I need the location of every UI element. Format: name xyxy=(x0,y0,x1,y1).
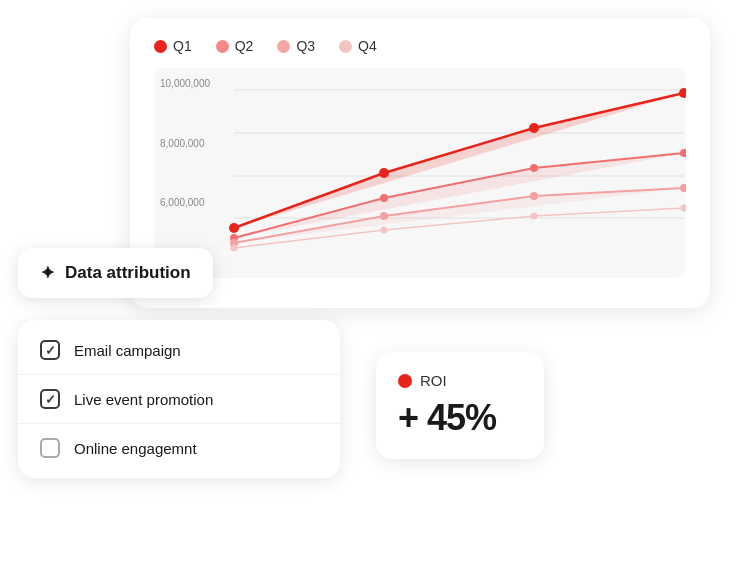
svg-point-21 xyxy=(531,213,538,220)
checkbox-live-event[interactable] xyxy=(40,389,60,409)
data-attribution-label: Data attribution xyxy=(65,263,191,283)
legend-dot-q3 xyxy=(277,40,290,53)
legend-dot-q2 xyxy=(216,40,229,53)
svg-point-13 xyxy=(680,149,686,157)
legend-dot-q4 xyxy=(339,40,352,53)
checklist-label-email: Email campaign xyxy=(74,342,181,359)
checklist-item-live-event[interactable]: Live event promotion xyxy=(18,375,340,424)
legend-label-q3: Q3 xyxy=(296,38,315,54)
svg-point-17 xyxy=(530,192,538,200)
legend-label-q4: Q4 xyxy=(358,38,377,54)
checkbox-email[interactable] xyxy=(40,340,60,360)
roi-label: ROI xyxy=(420,372,447,389)
legend-item-q2: Q2 xyxy=(216,38,254,54)
chart-area: 10,000,000 8,000,000 6,000,000 4,000,000 xyxy=(154,68,686,278)
data-attribution-badge: ✦ Data attribution xyxy=(18,248,213,298)
svg-point-7 xyxy=(529,123,539,133)
svg-point-20 xyxy=(381,227,388,234)
legend-label-q2: Q2 xyxy=(235,38,254,54)
sparkle-icon: ✦ xyxy=(40,262,55,284)
svg-point-12 xyxy=(530,164,538,172)
chart-svg xyxy=(154,68,686,278)
checklist-label-online: Online engagemnt xyxy=(74,440,197,457)
checklist-item-online[interactable]: Online engagemnt xyxy=(18,424,340,472)
roi-label-row: ROI xyxy=(398,372,522,389)
roi-dot xyxy=(398,374,412,388)
svg-point-16 xyxy=(380,212,388,220)
svg-point-18 xyxy=(680,184,686,192)
svg-point-22 xyxy=(681,205,687,212)
svg-point-6 xyxy=(379,168,389,178)
legend-item-q4: Q4 xyxy=(339,38,377,54)
roi-card: ROI + 45% xyxy=(376,352,544,459)
checklist-card: Email campaign Live event promotion Onli… xyxy=(18,320,340,478)
checklist-label-live-event: Live event promotion xyxy=(74,391,213,408)
svg-point-19 xyxy=(231,245,238,252)
svg-point-11 xyxy=(380,194,388,202)
checklist-item-email[interactable]: Email campaign xyxy=(18,326,340,375)
legend-label-q1: Q1 xyxy=(173,38,192,54)
svg-point-5 xyxy=(229,223,239,233)
chart-card: Q1 Q2 Q3 Q4 10,000,000 8,000,000 6,000,0… xyxy=(130,18,710,308)
chart-legend: Q1 Q2 Q3 Q4 xyxy=(154,38,686,54)
legend-item-q1: Q1 xyxy=(154,38,192,54)
legend-item-q3: Q3 xyxy=(277,38,315,54)
roi-value: + 45% xyxy=(398,397,522,439)
svg-marker-14 xyxy=(234,188,684,243)
checkbox-online[interactable] xyxy=(40,438,60,458)
legend-dot-q1 xyxy=(154,40,167,53)
